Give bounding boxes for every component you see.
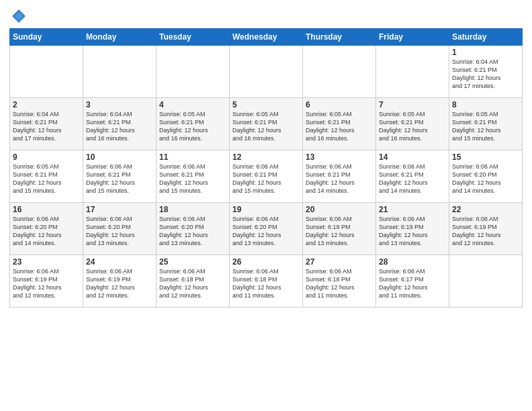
day-info: Sunrise: 6:06 AM Sunset: 6:20 PM Dayligh…	[232, 215, 300, 248]
weekday-header-tuesday: Tuesday	[157, 29, 230, 46]
week-row-5: 23Sunrise: 6:06 AM Sunset: 6:19 PM Dayli…	[10, 255, 523, 308]
calendar-cell: 17Sunrise: 6:06 AM Sunset: 6:20 PM Dayli…	[83, 203, 157, 255]
calendar-cell: 27Sunrise: 6:06 AM Sunset: 6:18 PM Dayli…	[303, 255, 376, 308]
day-number: 24	[86, 257, 153, 267]
day-info: Sunrise: 6:05 AM Sunset: 6:21 PM Dayligh…	[452, 110, 519, 143]
day-number: 28	[379, 257, 446, 267]
day-info: Sunrise: 6:06 AM Sunset: 6:20 PM Dayligh…	[159, 215, 226, 248]
day-number: 2	[13, 100, 80, 109]
calendar-cell	[376, 46, 449, 98]
calendar-cell: 19Sunrise: 6:06 AM Sunset: 6:20 PM Dayli…	[230, 203, 303, 255]
calendar-cell: 14Sunrise: 6:06 AM Sunset: 6:21 PM Dayli…	[376, 150, 449, 203]
day-number: 6	[306, 100, 373, 109]
calendar-cell: 1Sunrise: 6:04 AM Sunset: 6:21 PM Daylig…	[449, 46, 523, 98]
day-info: Sunrise: 6:06 AM Sunset: 6:19 PM Dayligh…	[86, 267, 153, 300]
week-row-3: 9Sunrise: 6:05 AM Sunset: 6:21 PM Daylig…	[10, 150, 523, 203]
weekday-header-row: SundayMondayTuesdayWednesdayThursdayFrid…	[10, 29, 523, 46]
day-info: Sunrise: 6:06 AM Sunset: 6:21 PM Dayligh…	[306, 163, 373, 195]
calendar-cell: 26Sunrise: 6:06 AM Sunset: 6:18 PM Dayli…	[230, 255, 303, 308]
calendar-cell: 8Sunrise: 6:05 AM Sunset: 6:21 PM Daylig…	[449, 98, 523, 150]
day-number: 22	[452, 205, 519, 214]
logo	[9, 7, 31, 26]
day-number: 9	[13, 152, 80, 162]
day-number: 17	[86, 205, 153, 214]
weekday-header-friday: Friday	[376, 29, 449, 46]
day-number: 4	[159, 100, 226, 109]
calendar-cell	[303, 46, 376, 98]
calendar-cell: 20Sunrise: 6:06 AM Sunset: 6:19 PM Dayli…	[303, 203, 376, 255]
day-number: 10	[86, 152, 153, 162]
day-number: 3	[86, 100, 153, 109]
calendar-cell: 3Sunrise: 6:04 AM Sunset: 6:21 PM Daylig…	[83, 98, 157, 150]
day-number: 23	[13, 257, 80, 267]
calendar-cell: 6Sunrise: 6:05 AM Sunset: 6:21 PM Daylig…	[303, 98, 376, 150]
calendar-cell: 15Sunrise: 6:06 AM Sunset: 6:20 PM Dayli…	[449, 150, 523, 203]
day-number: 21	[379, 205, 446, 214]
day-number: 7	[379, 100, 446, 109]
day-number: 18	[159, 205, 226, 214]
page-container: SundayMondayTuesdayWednesdayThursdayFrid…	[0, 0, 532, 312]
day-info: Sunrise: 6:06 AM Sunset: 6:18 PM Dayligh…	[232, 267, 300, 300]
day-info: Sunrise: 6:06 AM Sunset: 6:18 PM Dayligh…	[159, 267, 226, 300]
day-info: Sunrise: 6:06 AM Sunset: 6:20 PM Dayligh…	[452, 163, 519, 195]
day-info: Sunrise: 6:05 AM Sunset: 6:21 PM Dayligh…	[306, 110, 373, 143]
day-number: 19	[232, 205, 300, 214]
day-info: Sunrise: 6:04 AM Sunset: 6:21 PM Dayligh…	[452, 58, 519, 91]
day-info: Sunrise: 6:05 AM Sunset: 6:21 PM Dayligh…	[159, 110, 226, 143]
header	[9, 7, 523, 26]
day-number: 11	[159, 152, 226, 162]
week-row-1: 1Sunrise: 6:04 AM Sunset: 6:21 PM Daylig…	[10, 46, 523, 98]
day-info: Sunrise: 6:06 AM Sunset: 6:19 PM Dayligh…	[306, 215, 373, 248]
calendar-cell	[83, 46, 157, 98]
day-info: Sunrise: 6:06 AM Sunset: 6:21 PM Dayligh…	[232, 163, 300, 195]
weekday-header-wednesday: Wednesday	[230, 29, 303, 46]
calendar-cell: 10Sunrise: 6:06 AM Sunset: 6:21 PM Dayli…	[83, 150, 157, 203]
day-info: Sunrise: 6:06 AM Sunset: 6:20 PM Dayligh…	[13, 215, 80, 248]
calendar-cell: 18Sunrise: 6:06 AM Sunset: 6:20 PM Dayli…	[157, 203, 230, 255]
day-number: 14	[379, 152, 446, 162]
day-number: 8	[452, 100, 519, 109]
calendar-cell: 28Sunrise: 6:06 AM Sunset: 6:17 PM Dayli…	[376, 255, 449, 308]
calendar-cell: 11Sunrise: 6:06 AM Sunset: 6:21 PM Dayli…	[157, 150, 230, 203]
weekday-header-sunday: Sunday	[10, 29, 83, 46]
day-info: Sunrise: 6:06 AM Sunset: 6:18 PM Dayligh…	[306, 267, 373, 300]
calendar-cell: 16Sunrise: 6:06 AM Sunset: 6:20 PM Dayli…	[10, 203, 83, 255]
calendar-cell: 23Sunrise: 6:06 AM Sunset: 6:19 PM Dayli…	[10, 255, 83, 308]
day-info: Sunrise: 6:06 AM Sunset: 6:21 PM Dayligh…	[159, 163, 226, 195]
day-number: 12	[232, 152, 300, 162]
calendar-cell	[10, 46, 83, 98]
weekday-header-monday: Monday	[83, 29, 157, 46]
calendar-cell: 25Sunrise: 6:06 AM Sunset: 6:18 PM Dayli…	[157, 255, 230, 308]
calendar-cell: 12Sunrise: 6:06 AM Sunset: 6:21 PM Dayli…	[230, 150, 303, 203]
calendar-cell: 22Sunrise: 6:06 AM Sunset: 6:19 PM Dayli…	[449, 203, 523, 255]
day-info: Sunrise: 6:06 AM Sunset: 6:19 PM Dayligh…	[379, 215, 446, 248]
calendar-cell: 21Sunrise: 6:06 AM Sunset: 6:19 PM Dayli…	[376, 203, 449, 255]
day-info: Sunrise: 6:06 AM Sunset: 6:20 PM Dayligh…	[86, 215, 153, 248]
calendar-cell: 4Sunrise: 6:05 AM Sunset: 6:21 PM Daylig…	[157, 98, 230, 150]
day-info: Sunrise: 6:06 AM Sunset: 6:21 PM Dayligh…	[379, 163, 446, 195]
calendar-cell: 5Sunrise: 6:05 AM Sunset: 6:21 PM Daylig…	[230, 98, 303, 150]
week-row-4: 16Sunrise: 6:06 AM Sunset: 6:20 PM Dayli…	[10, 203, 523, 255]
day-info: Sunrise: 6:05 AM Sunset: 6:21 PM Dayligh…	[13, 163, 80, 195]
day-number: 16	[13, 205, 80, 214]
calendar-cell: 13Sunrise: 6:06 AM Sunset: 6:21 PM Dayli…	[303, 150, 376, 203]
calendar-cell: 24Sunrise: 6:06 AM Sunset: 6:19 PM Dayli…	[83, 255, 157, 308]
week-row-2: 2Sunrise: 6:04 AM Sunset: 6:21 PM Daylig…	[10, 98, 523, 150]
calendar-cell	[449, 255, 523, 308]
day-number: 20	[306, 205, 373, 214]
day-info: Sunrise: 6:05 AM Sunset: 6:21 PM Dayligh…	[232, 110, 300, 143]
day-info: Sunrise: 6:06 AM Sunset: 6:17 PM Dayligh…	[379, 267, 446, 300]
day-info: Sunrise: 6:06 AM Sunset: 6:21 PM Dayligh…	[86, 163, 153, 195]
day-info: Sunrise: 6:06 AM Sunset: 6:19 PM Dayligh…	[452, 215, 519, 248]
calendar-cell	[230, 46, 303, 98]
day-info: Sunrise: 6:05 AM Sunset: 6:21 PM Dayligh…	[379, 110, 446, 143]
day-info: Sunrise: 6:06 AM Sunset: 6:19 PM Dayligh…	[13, 267, 80, 300]
day-number: 13	[306, 152, 373, 162]
day-number: 27	[306, 257, 373, 267]
day-number: 1	[452, 48, 519, 57]
day-number: 5	[232, 100, 300, 109]
calendar-cell: 9Sunrise: 6:05 AM Sunset: 6:21 PM Daylig…	[10, 150, 83, 203]
day-info: Sunrise: 6:04 AM Sunset: 6:21 PM Dayligh…	[13, 110, 80, 143]
day-number: 26	[232, 257, 300, 267]
calendar-cell: 7Sunrise: 6:05 AM Sunset: 6:21 PM Daylig…	[376, 98, 449, 150]
